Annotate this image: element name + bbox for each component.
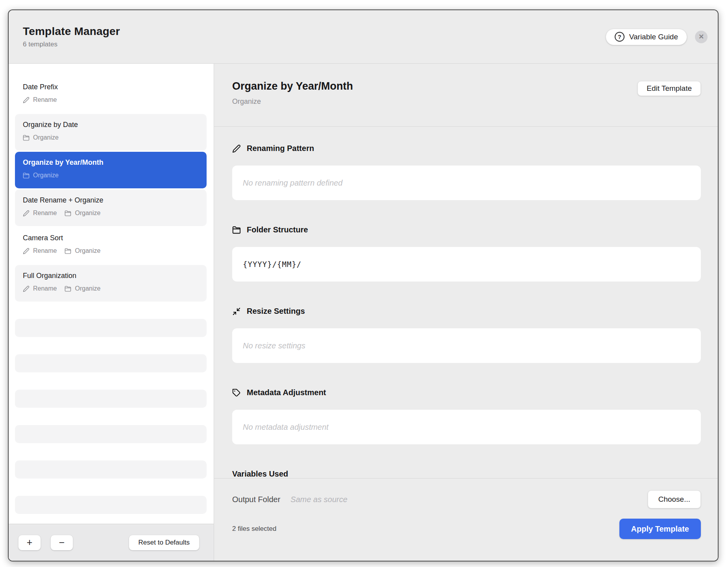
template-item-organize-by-date[interactable]: Organize by Date Organize (15, 114, 207, 151)
renaming-pattern-value: No renaming pattern defined (243, 179, 343, 188)
folder-icon (65, 285, 71, 292)
template-badges: Rename Organize (23, 247, 199, 254)
rename-badge: Rename (23, 96, 57, 103)
badge-label: Rename (33, 247, 57, 254)
folder-icon (65, 248, 71, 254)
apply-row: 2 files selected Apply Template (232, 519, 701, 539)
variable-guide-button[interactable]: ? Variable Guide (606, 29, 687, 45)
reset-defaults-button[interactable]: Reset to Defaults (129, 535, 200, 550)
badge-label: Organize (33, 172, 59, 179)
badge-label: Organize (33, 134, 59, 141)
badge-label: Rename (33, 210, 57, 217)
template-item-full-organization[interactable]: Full Organization Rename Organize (15, 265, 207, 302)
detail-footer: Output Folder Same as source Choose... 2… (214, 478, 718, 561)
resize-settings-card: No resize settings (232, 328, 701, 363)
empty-template-slot (15, 319, 207, 337)
template-item-camera-sort[interactable]: Camera Sort Rename Organize (15, 227, 207, 264)
output-folder-row: Output Folder Same as source Choose... (232, 490, 701, 508)
close-icon: ✕ (698, 33, 704, 41)
template-badges: Rename Organize (23, 210, 199, 217)
detail-title: Organize by Year/Month (232, 80, 353, 92)
folder-icon (65, 210, 71, 217)
folder-structure-card: {YYYY}/{MM}/ (232, 247, 701, 282)
folder-icon (232, 226, 241, 234)
titlebar-actions: ? Variable Guide ✕ (606, 29, 708, 45)
organize-badge: Organize (23, 134, 59, 141)
pencil-icon (23, 97, 30, 103)
section-resize-settings: Resize Settings No resize settings (232, 307, 701, 363)
template-name: Date Rename + Organize (23, 196, 199, 204)
window-title: Template Manager (23, 25, 120, 38)
template-name: Date Prefix (23, 83, 199, 91)
section-metadata-adjustment: Metadata Adjustment No metadata adjustme… (232, 388, 701, 444)
folder-structure-value: {YYYY}/{MM}/ (243, 260, 301, 269)
variables-used-title: Variables Used (232, 469, 701, 478)
rename-badge: Rename (23, 285, 57, 292)
organize-badge: Organize (23, 172, 59, 179)
pencil-icon (23, 210, 30, 217)
tag-icon (232, 388, 241, 397)
template-badges: Organize (23, 172, 199, 179)
rename-badge: Rename (23, 247, 57, 254)
template-detail-panel: Organize by Year/Month Organize Edit Tem… (214, 64, 718, 561)
metadata-adjustment-value: No metadata adjustment (243, 423, 329, 432)
badge-label: Rename (33, 285, 57, 292)
badge-label: Rename (33, 96, 57, 103)
detail-content: Renaming Pattern No renaming pattern def… (214, 127, 718, 478)
section-heading: Resize Settings (232, 307, 701, 316)
folder-icon (23, 172, 30, 179)
template-badges: Rename Organize (23, 285, 199, 292)
section-heading: Renaming Pattern (232, 144, 701, 153)
template-item-date-rename-organize[interactable]: Date Rename + Organize Rename Organize (15, 190, 207, 226)
add-template-button[interactable]: + (18, 535, 41, 550)
resize-settings-value: No resize settings (243, 341, 305, 350)
folder-icon (23, 134, 30, 141)
sidebar-toolbar: + − Reset to Defaults (9, 524, 214, 561)
section-folder-structure: Folder Structure {YYYY}/{MM}/ (232, 225, 701, 282)
apply-template-button[interactable]: Apply Template (619, 519, 701, 539)
titlebar-titles: Template Manager 6 templates (23, 25, 120, 48)
organize-badge: Organize (65, 210, 100, 217)
variable-guide-label: Variable Guide (629, 33, 678, 41)
close-button[interactable]: ✕ (695, 31, 708, 43)
output-folder-label: Output Folder (232, 495, 280, 504)
empty-template-slot (15, 354, 207, 372)
section-renaming-pattern: Renaming Pattern No renaming pattern def… (232, 144, 701, 200)
template-name: Organize by Date (23, 121, 199, 129)
choose-folder-button[interactable]: Choose... (648, 490, 701, 508)
badge-label: Organize (75, 210, 100, 217)
template-badges: Organize (23, 134, 199, 141)
section-title: Renaming Pattern (247, 144, 314, 153)
edit-template-button[interactable]: Edit Template (637, 81, 701, 96)
template-list: Date Prefix Rename Organize by Date Orga… (9, 64, 214, 524)
template-item-organize-by-year-month[interactable]: Organize by Year/Month Organize (15, 152, 207, 188)
resize-icon (232, 307, 241, 316)
section-title: Metadata Adjustment (247, 388, 326, 397)
template-sidebar: Date Prefix Rename Organize by Date Orga… (9, 64, 214, 561)
files-selected-text: 2 files selected (232, 525, 276, 533)
section-heading: Folder Structure (232, 225, 701, 234)
output-folder-value: Same as source (290, 495, 347, 504)
empty-template-slots (15, 319, 207, 514)
section-title: Folder Structure (247, 225, 308, 234)
template-name: Camera Sort (23, 234, 199, 242)
metadata-adjustment-card: No metadata adjustment (232, 410, 701, 444)
detail-subtitle: Organize (232, 98, 353, 106)
pencil-icon (23, 248, 30, 254)
titlebar: Template Manager 6 templates ? Variable … (9, 10, 718, 64)
template-name: Full Organization (23, 272, 199, 280)
badge-label: Organize (75, 247, 100, 254)
organize-badge: Organize (65, 247, 100, 254)
detail-header-titles: Organize by Year/Month Organize (232, 80, 353, 106)
template-manager-window: Template Manager 6 templates ? Variable … (8, 9, 719, 561)
section-heading: Metadata Adjustment (232, 388, 701, 397)
template-item-date-prefix[interactable]: Date Prefix Rename (15, 76, 207, 113)
organize-badge: Organize (65, 285, 100, 292)
template-name: Organize by Year/Month (23, 158, 199, 167)
window-body: Date Prefix Rename Organize by Date Orga… (9, 64, 718, 561)
empty-template-slot (15, 425, 207, 443)
section-title: Resize Settings (247, 307, 305, 316)
remove-template-button[interactable]: − (50, 535, 73, 550)
detail-header: Organize by Year/Month Organize Edit Tem… (214, 64, 718, 127)
empty-template-slot (15, 496, 207, 514)
